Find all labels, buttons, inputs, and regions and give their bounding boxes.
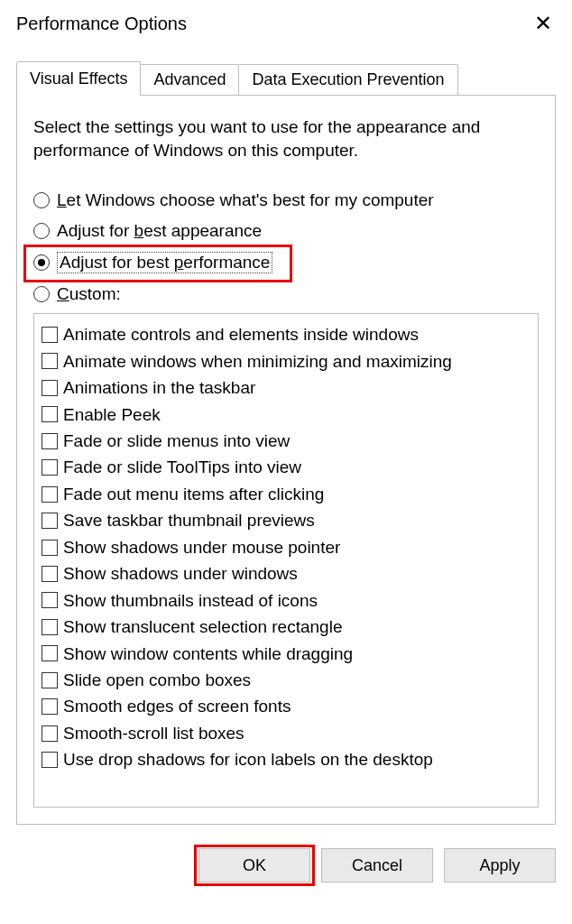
radio-label: Adjust for best appearance	[57, 221, 262, 241]
check-fade-tooltips[interactable]: Fade or slide ToolTips into view	[42, 454, 530, 480]
check-smooth-fonts[interactable]: Smooth edges of screen fonts	[42, 693, 530, 719]
check-slide-combo[interactable]: Slide open combo boxes	[42, 667, 530, 693]
checkbox-icon	[42, 406, 58, 422]
intro-text: Select the settings you want to use for …	[33, 116, 539, 162]
checkbox-icon	[42, 513, 58, 529]
checkbox-icon	[42, 592, 58, 608]
checkbox-icon	[42, 433, 58, 449]
radio-icon	[33, 286, 50, 302]
check-label: Show shadows under mouse pointer	[63, 534, 340, 560]
cancel-button[interactable]: Cancel	[321, 848, 433, 882]
check-label: Fade or slide ToolTips into view	[63, 454, 301, 480]
check-animations-taskbar[interactable]: Animations in the taskbar	[42, 374, 530, 401]
check-label: Smooth edges of screen fonts	[63, 693, 291, 719]
tab-panel-visual-effects: Select the settings you want to use for …	[16, 95, 556, 825]
check-smooth-scroll[interactable]: Smooth-scroll list boxes	[42, 720, 530, 746]
check-label: Slide open combo boxes	[63, 667, 251, 693]
checkbox-icon	[42, 672, 58, 688]
check-animate-windows[interactable]: Animate windows when minimizing and maxi…	[42, 348, 530, 374]
tab-advanced[interactable]: Advanced	[140, 64, 239, 95]
radio-label: Custom:	[57, 284, 121, 304]
radio-label: Let Windows choose what's best for my co…	[57, 190, 434, 210]
check-fade-menus[interactable]: Fade or slide menus into view	[42, 428, 530, 454]
close-icon[interactable]: ✕	[525, 9, 561, 38]
window-title: Performance Options	[16, 14, 187, 34]
checkbox-icon	[42, 380, 58, 396]
check-thumbnails-icons[interactable]: Show thumbnails instead of icons	[42, 587, 530, 614]
checkbox-icon	[42, 540, 58, 556]
radio-custom[interactable]: Custom:	[33, 284, 539, 304]
radio-best-appearance[interactable]: Adjust for best appearance	[33, 221, 539, 241]
radio-icon	[33, 192, 50, 208]
check-label: Animations in the taskbar	[63, 374, 255, 401]
check-label: Show window contents while dragging	[63, 641, 353, 667]
check-label: Enable Peek	[63, 402, 161, 428]
radio-icon	[33, 223, 50, 239]
apply-button[interactable]: Apply	[444, 848, 556, 882]
check-label: Fade or slide menus into view	[63, 428, 290, 454]
check-label: Fade out menu items after clicking	[63, 481, 324, 507]
checkbox-icon	[42, 698, 58, 715]
check-label: Smooth-scroll list boxes	[63, 720, 244, 746]
check-window-contents-drag[interactable]: Show window contents while dragging	[42, 641, 530, 667]
ok-button[interactable]: OK	[198, 848, 310, 882]
radio-let-windows-choose[interactable]: Let Windows choose what's best for my co…	[33, 190, 539, 210]
check-translucent-selection[interactable]: Show translucent selection rectangle	[42, 614, 530, 640]
radio-best-performance[interactable]: Adjust for best performance	[33, 252, 539, 273]
checkbox-icon	[42, 486, 58, 503]
radio-label: Adjust for best performance	[57, 252, 272, 273]
tab-visual-effects[interactable]: Visual Effects	[16, 61, 141, 96]
check-shadows-windows[interactable]: Show shadows under windows	[42, 560, 530, 587]
check-animate-controls[interactable]: Animate controls and elements inside win…	[42, 321, 530, 347]
checkbox-icon	[42, 619, 58, 635]
checkbox-icon	[42, 459, 58, 476]
dialog-footer: OK Cancel Apply	[0, 836, 572, 882]
checkbox-icon	[42, 353, 58, 369]
checkbox-icon	[42, 645, 58, 661]
check-label: Use drop shadows for icon labels on the …	[63, 746, 433, 772]
check-enable-peek[interactable]: Enable Peek	[42, 402, 530, 428]
radio-icon	[33, 254, 50, 271]
checkbox-icon	[42, 725, 58, 742]
check-save-thumbnails[interactable]: Save taskbar thumbnail previews	[42, 507, 530, 533]
check-label: Show shadows under windows	[63, 560, 298, 587]
visual-effects-list[interactable]: Animate controls and elements inside win…	[33, 313, 539, 808]
check-label: Animate windows when minimizing and maxi…	[63, 348, 452, 374]
tab-dep[interactable]: Data Execution Prevention	[238, 64, 457, 95]
checkbox-icon	[42, 566, 58, 582]
checkbox-icon	[42, 752, 58, 768]
check-label: Show translucent selection rectangle	[63, 614, 342, 640]
check-label: Animate controls and elements inside win…	[63, 321, 419, 347]
radio-group-preset: Let Windows choose what's best for my co…	[33, 190, 539, 304]
check-label: Show thumbnails instead of icons	[63, 587, 318, 614]
check-shadows-pointer[interactable]: Show shadows under mouse pointer	[42, 534, 530, 560]
check-fade-menu-items[interactable]: Fade out menu items after clicking	[42, 481, 530, 507]
checkbox-icon	[42, 327, 58, 343]
tab-strip: Visual Effects Advanced Data Execution P…	[16, 61, 556, 95]
check-drop-shadows-desktop[interactable]: Use drop shadows for icon labels on the …	[42, 746, 530, 772]
check-label: Save taskbar thumbnail previews	[63, 507, 315, 533]
